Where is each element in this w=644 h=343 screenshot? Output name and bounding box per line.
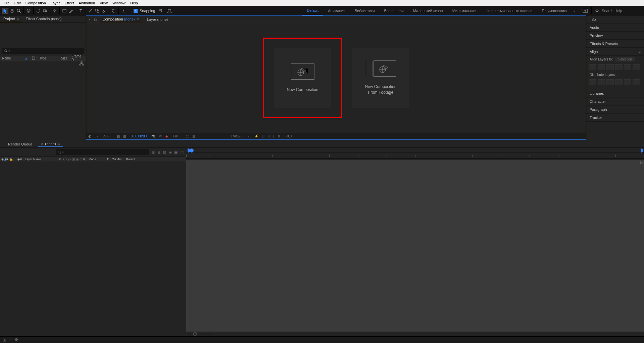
align-top-button[interactable] (615, 64, 623, 70)
lock-icon[interactable] (94, 17, 97, 21)
tool-rectangle[interactable] (61, 8, 67, 14)
menu-file[interactable]: File (1, 0, 12, 6)
snapping-checkbox[interactable]: ✓ (134, 9, 138, 13)
col-size[interactable]: Size (57, 56, 70, 60)
tool-camera[interactable] (42, 8, 48, 14)
viewer-resolution-popup-icon[interactable]: ▦ (117, 134, 120, 138)
align-vcenter-button[interactable] (624, 64, 631, 70)
dist-vcenter-button[interactable] (598, 79, 605, 85)
exposure-value[interactable]: +0,0 (284, 134, 293, 138)
menu-window[interactable]: Window (110, 0, 128, 6)
comp-panel-menu-icon[interactable]: ≡ (137, 17, 139, 21)
col-video-icon[interactable]: ◉ (0, 158, 3, 161)
zoom-dropdown[interactable]: 25% ⌵ (101, 134, 113, 138)
mag-ratio-icon[interactable]: ▭ (95, 134, 98, 138)
col-lock-icon[interactable]: 🔒 (8, 158, 11, 161)
workspace-animation[interactable]: Анимация (323, 6, 350, 15)
tool-orbit[interactable] (26, 8, 32, 14)
tool-hand[interactable] (9, 8, 15, 14)
col-type[interactable]: Type (37, 56, 57, 60)
fast-preview-icon[interactable]: ⚡ (254, 134, 258, 138)
panel-info[interactable]: Info (586, 15, 644, 24)
close-tab-icon[interactable]: × (88, 17, 90, 22)
dist-top-button[interactable] (589, 79, 596, 85)
current-time[interactable]: 0:00:00:00 (130, 134, 148, 138)
align-right-button[interactable] (606, 64, 614, 70)
dist-bottom-button[interactable] (606, 79, 614, 85)
tab-effect-controls[interactable]: Effect Controls (none) (22, 16, 65, 22)
panel-audio[interactable]: Audio (586, 24, 644, 32)
workspace-undocked[interactable]: Непристыкованные панели (481, 6, 537, 15)
col-mode[interactable]: Mode (87, 158, 105, 161)
align-hcenter-button[interactable] (598, 64, 605, 70)
search-help-input[interactable] (602, 9, 642, 13)
snapshot-icon[interactable]: 📷 (151, 134, 155, 138)
panel-tracker[interactable]: Tracker (586, 114, 644, 122)
tl-tool2-icon[interactable]: ⊟ (157, 150, 160, 155)
panel-preview[interactable]: Preview (586, 32, 644, 40)
col-label-icon[interactable]: ◆ (16, 158, 19, 161)
workspace-small-screen[interactable]: Маленький экран (408, 6, 448, 15)
col-t[interactable]: T (105, 158, 110, 161)
menu-composition[interactable]: Composition (23, 0, 48, 6)
workspace-default[interactable]: Default (302, 6, 323, 15)
workspace-standard[interactable]: По умолчанию (537, 6, 571, 15)
tl-tool3-icon[interactable]: ⊡ (163, 150, 166, 155)
align-target-dropdown[interactable]: Selection (615, 57, 635, 61)
panel-effects-presets[interactable]: Effects & Presets (586, 40, 644, 48)
flowchart-icon[interactable] (79, 61, 84, 66)
col-sort-icon[interactable]: ▲ (22, 56, 30, 60)
workspace-libraries[interactable]: Библиотеки (350, 6, 380, 15)
panel-libraries[interactable]: Libraries (586, 89, 644, 97)
snap-magnet-icon[interactable] (158, 8, 164, 14)
sync-settings-icon[interactable] (583, 8, 588, 13)
time-ruler[interactable] (186, 153, 644, 159)
col-parent[interactable]: Parent (125, 158, 137, 161)
pixel-aspect-icon[interactable]: ▭ (248, 134, 251, 138)
always-preview-icon[interactable]: ◐ (88, 134, 91, 138)
snap-bounds-icon[interactable] (166, 8, 172, 14)
align-panel-menu-icon[interactable]: ≡ (639, 50, 641, 54)
exposure-reset-icon[interactable]: ✿ (278, 134, 280, 138)
channel-icon[interactable]: ◆ (165, 134, 168, 138)
dist-left-button[interactable] (615, 79, 623, 85)
sb-motion-blur-icon[interactable]: ☄ (9, 338, 12, 342)
tool-roto[interactable] (111, 8, 117, 14)
resolution-dropdown[interactable]: Full ⌵ (171, 134, 183, 138)
menu-edit[interactable]: Edit (12, 0, 23, 6)
tool-eraser[interactable] (101, 8, 107, 14)
tl-tool6-icon[interactable]: ⬚ (180, 150, 184, 155)
col-number[interactable]: # (19, 158, 23, 161)
tool-brush[interactable] (88, 8, 94, 14)
dist-hcenter-button[interactable] (624, 79, 631, 85)
workspace-minimal[interactable]: Минимальная (448, 6, 481, 15)
new-comp-from-footage-card[interactable]: New CompositionFrom Footage (352, 48, 409, 108)
tool-zoom[interactable] (16, 8, 22, 14)
panel-character[interactable]: Character (586, 97, 644, 105)
menu-effect[interactable]: Effect (62, 0, 76, 6)
col-switches-icon[interactable]: ✱ ✦ ╲ ƒx ▣ ◉ ⬡ ⬢ (57, 158, 87, 161)
tab-render-queue[interactable]: Render Queue (5, 141, 35, 147)
dist-right-button[interactable] (633, 79, 640, 85)
col-label-icon[interactable] (30, 56, 37, 60)
menu-animation[interactable]: Animation (76, 0, 97, 6)
panel-paragraph[interactable]: Paragraph (586, 105, 644, 114)
time-navigator[interactable] (186, 148, 644, 153)
timeline-search[interactable]: ▾ (56, 149, 149, 155)
sb-frame-blend-icon[interactable]: ◫ (3, 338, 6, 342)
tl-tool4-icon[interactable]: ◈ (169, 150, 171, 155)
col-solo-icon[interactable]: ● (5, 158, 8, 161)
col-audio-icon[interactable]: 🔊 (3, 158, 5, 161)
tl-tool1-icon[interactable]: ⊞ (152, 150, 155, 155)
tab-composition[interactable]: Composition (none)≡ (100, 16, 141, 22)
workspace-overflow[interactable]: » (572, 9, 578, 13)
flowchart2-icon[interactable]: ᛡ (268, 134, 270, 138)
menu-view[interactable]: View (97, 0, 110, 6)
timeline-zoom-bar[interactable] (0, 332, 644, 336)
menu-layer[interactable]: Layer (48, 0, 62, 6)
align-bottom-button[interactable] (633, 64, 640, 70)
menu-help[interactable]: Help (128, 0, 140, 6)
grid-icon[interactable]: ▦ (192, 134, 195, 138)
project-search[interactable]: ▾ (2, 48, 84, 54)
col-framer[interactable]: Frame R (69, 54, 86, 62)
